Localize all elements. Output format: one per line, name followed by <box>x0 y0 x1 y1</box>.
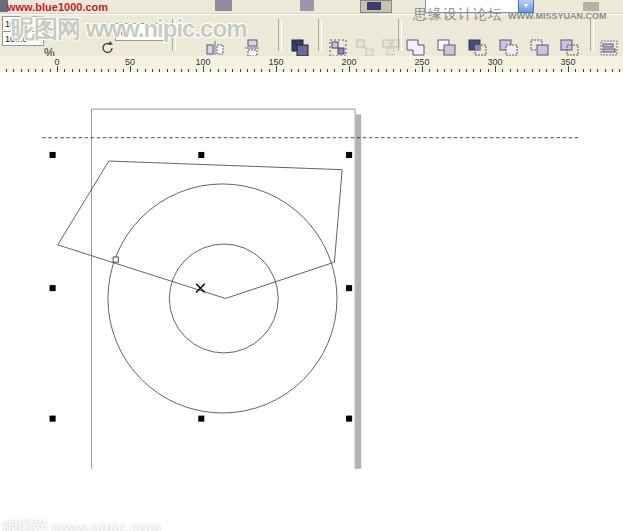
watermark-nipic-bottom: 昵图网 www.nipic.com <box>3 519 161 531</box>
outer-circle-shape[interactable] <box>108 184 337 413</box>
ruler-tick-label: 50 <box>125 57 135 67</box>
watermark-missyuan-cn: 思缘设计论坛 <box>413 6 503 24</box>
selection-handle[interactable] <box>198 416 204 422</box>
import-icon-inner <box>367 2 381 10</box>
curve-node-marker[interactable] <box>113 257 118 262</box>
selection-center-marker[interactable] <box>196 284 205 293</box>
selection-handle[interactable] <box>198 152 204 158</box>
print-icon[interactable] <box>300 0 314 11</box>
drawing-canvas[interactable] <box>0 72 623 531</box>
horizontal-ruler[interactable]: 050100150200250300350 <box>0 56 623 73</box>
notched-polygon-shape[interactable] <box>58 161 342 298</box>
inner-circle-shape[interactable] <box>169 244 278 353</box>
ruler-tick-label: 0 <box>54 57 59 67</box>
selection-handle[interactable] <box>346 416 352 422</box>
watermark-blue1000: www.blue1000.com <box>7 1 108 13</box>
watermark-nipic-toolbar: 昵图网 www.nipic.com <box>11 13 246 45</box>
selection-handle[interactable] <box>346 285 352 291</box>
save-icon[interactable] <box>215 0 232 11</box>
ruler-tick-label: 300 <box>487 57 502 67</box>
watermark-missyuan: 思缘设计论坛 WWW.MISSYUAN.COM <box>413 6 607 24</box>
ruler-tick-label: 200 <box>341 57 356 67</box>
selection-handle[interactable] <box>50 285 56 291</box>
selection-handle[interactable] <box>50 416 56 422</box>
page-shadow <box>356 114 361 468</box>
ruler-tick-label: 350 <box>560 57 575 67</box>
selection-handle[interactable] <box>346 152 352 158</box>
selection-handle[interactable] <box>50 152 56 158</box>
ruler-tick-label: 250 <box>414 57 429 67</box>
ruler-tick-label: 100 <box>195 57 210 67</box>
watermark-missyuan-url: WWW.MISSYUAN.COM <box>508 11 607 21</box>
ruler-tick-label: 150 <box>268 57 283 67</box>
